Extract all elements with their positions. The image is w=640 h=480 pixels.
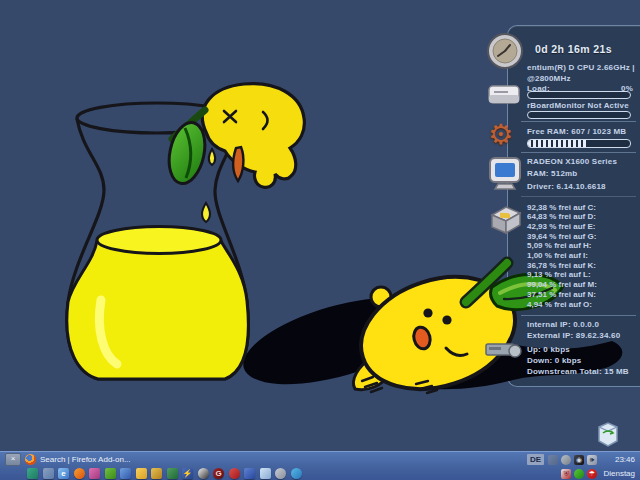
globe-tray-icon[interactable] [561, 455, 571, 465]
lemon-juice [67, 241, 249, 379]
language-indicator[interactable]: DE [527, 454, 544, 465]
black-white-ball-icon[interactable] [198, 468, 209, 479]
juice-drop [209, 149, 215, 165]
document-icon[interactable] [260, 468, 271, 479]
lemon-leaf [164, 119, 210, 187]
taskbar: × Search | Firefox Add-on... DE ◉🕪 23:46… [0, 451, 640, 480]
red-g-icon[interactable]: G [213, 468, 224, 479]
antivir-guard-icon[interactable] [574, 469, 584, 479]
lemon-stem [172, 110, 205, 139]
camera-tray-icon[interactable]: ◉ [574, 455, 584, 465]
system-tray-top: ◉🕪 [548, 455, 597, 465]
green-monitor-icon[interactable] [167, 468, 178, 479]
taskbar-day[interactable]: Dienstag [601, 469, 635, 478]
winamp-lightning-icon[interactable]: ⚡ [182, 468, 193, 479]
taskbar-clock[interactable]: 23:46 [601, 455, 635, 464]
toolbar-close-button[interactable]: × [5, 453, 21, 466]
pink-app-icon[interactable] [89, 468, 100, 479]
squeezed-lemon [164, 84, 304, 222]
recycle-bin-icon[interactable] [594, 419, 622, 449]
juice-drop [202, 203, 210, 222]
avira-umbrella-icon[interactable]: ☂ [587, 469, 597, 479]
yellow-app-icon[interactable] [151, 468, 162, 479]
spybot-shield-icon[interactable]: ⛨ [561, 469, 571, 479]
show-desktop-icon[interactable] [27, 468, 38, 479]
blue-circle-icon[interactable] [291, 468, 302, 479]
juice-surface [97, 227, 221, 254]
desktop: { "panel": { "uptime": "0d 2h 16m 21s", … [0, 0, 640, 480]
blue-app-icon[interactable] [244, 468, 255, 479]
volume-tray-icon[interactable]: 🕪 [587, 455, 597, 465]
glass-shadow [234, 280, 442, 401]
quick-launch-bar: e⚡G [27, 468, 302, 479]
blue-pawn-icon[interactable] [120, 468, 131, 479]
juice-glass [67, 103, 249, 379]
system-monitor-panel [507, 25, 640, 387]
lemon-tongue [233, 147, 243, 181]
explorer-icon[interactable] [43, 468, 54, 479]
gray-ball-icon[interactable] [275, 468, 286, 479]
firefox-icon[interactable] [74, 468, 85, 479]
red-face-icon[interactable] [229, 468, 240, 479]
faded-tray-icon[interactable] [548, 455, 558, 465]
firefox-task-button[interactable]: Search | Firefox Add-on... [40, 455, 131, 464]
internet-explorer-icon[interactable]: e [58, 468, 69, 479]
green-app-icon[interactable] [105, 468, 116, 479]
system-tray-bottom: ⛨☂ [561, 469, 597, 479]
firefox-task-icon [25, 454, 36, 465]
folder-icon[interactable] [136, 468, 147, 479]
